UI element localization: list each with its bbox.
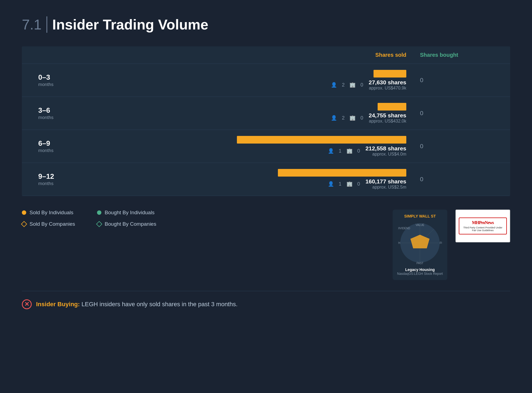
page-header: 7.1 Insider Trading Volume	[22, 16, 510, 33]
widget-ticker: NasdaqGS:LEGH Stock Report	[397, 272, 443, 276]
table-row: 9–12 months 👤 1 🏢 0 160,177 shares	[22, 163, 510, 196]
table-row: 6–9 months 👤 1 🏢 0 212,558 shares	[22, 130, 510, 163]
alert-bar: ✕ Insider Buying: LEGH insiders have onl…	[22, 291, 510, 317]
header-divider	[46, 16, 47, 33]
sold-bar-9-12	[278, 169, 406, 177]
period-label-6-9: 6–9 months	[38, 139, 71, 153]
meta-icons-0-3: 👤 2 🏢 0	[331, 82, 363, 88]
legend-area: Sold By Individuals Sold By Companies Bo…	[22, 210, 376, 227]
sold-col-9-12: 👤 1 🏢 0 160,177 shares approx. US$2.5m	[77, 169, 417, 190]
svg-text:DIVIDEND: DIVIDEND	[398, 227, 410, 230]
sold-bar-3-6	[378, 103, 406, 111]
building-icon: 🏢	[349, 115, 355, 121]
sold-col-3-6: 👤 2 🏢 0 24,755 shares approx. US$432.0k	[77, 103, 417, 124]
bottom-area: Sold By Individuals Sold By Companies Bo…	[22, 210, 510, 280]
trading-volume-chart: Shares sold Shares bought 0–3 months 👤 2…	[22, 46, 510, 196]
table-row: 3–6 months 👤 2 🏢 0 24,755 shares	[22, 97, 510, 130]
building-icon: 🏢	[349, 82, 355, 88]
sold-column-header: Shares sold	[375, 52, 406, 58]
period-label-0-3: 0–3 months	[38, 73, 71, 87]
period-label-9-12: 9–12 months	[38, 172, 71, 186]
shares-info-0-3: 27,630 shares approx. US$470.9k	[369, 79, 406, 91]
section-number: 7.1	[22, 16, 42, 33]
section-title: Insider Trading Volume	[52, 16, 208, 33]
sold-col-6-9: 👤 1 🏢 0 212,558 shares approx. US$4.0m	[77, 136, 417, 157]
chart-header-row: Shares sold Shares bought	[22, 46, 510, 64]
bought-col-6-9: 0	[417, 143, 494, 150]
svg-text:HEALTH: HEALTH	[398, 242, 400, 245]
sold-bar-0-3	[374, 70, 406, 78]
bought-col-0-3: 0	[417, 77, 494, 84]
legend-sold-individuals: Sold By Individuals	[22, 210, 75, 216]
sold-legend: Sold By Individuals Sold By Companies	[22, 210, 75, 227]
simply-wall-st-widget: SIMPLY WALL ST VALUE FUTURE	[393, 210, 447, 280]
legend-bought-companies: Bought By Companies	[97, 221, 156, 227]
legend-sold-companies: Sold By Companies	[22, 221, 75, 227]
bought-col-9-12: 0	[417, 176, 494, 183]
svg-text:PAST: PAST	[416, 262, 423, 265]
bought-col-3-6: 0	[417, 110, 494, 117]
building-icon: 🏢	[346, 181, 352, 187]
person-icon: 👤	[328, 148, 334, 154]
bought-legend: Bought By Individuals Bought By Companie…	[97, 210, 156, 227]
snowflake-chart: VALUE FUTURE PAST HEALTH DIVIDEND	[398, 221, 442, 265]
person-icon: 👤	[331, 115, 337, 121]
legend-bought-individuals: Bought By Individuals	[97, 210, 156, 216]
mhpronews-widget: MHProNews Third Party Content Provided U…	[455, 210, 510, 242]
meta-icons-9-12: 👤 1 🏢 0	[328, 181, 360, 187]
meta-icons-3-6: 👤 2 🏢 0	[331, 115, 363, 121]
green-diamond-icon	[96, 221, 102, 227]
alert-text: Insider Buying: LEGH insiders have only …	[36, 301, 237, 308]
green-dot-icon	[97, 210, 101, 215]
alert-label: Insider Buying:	[36, 301, 80, 308]
bought-column-header: Shares bought	[420, 52, 458, 58]
alert-message: LEGH insiders have only sold shares in t…	[81, 301, 237, 308]
person-icon: 👤	[328, 181, 334, 187]
sold-col-0-3: 👤 2 🏢 0 27,630 shares approx. US$470.9k	[77, 70, 417, 91]
shares-info-9-12: 160,177 shares approx. US$2.5m	[366, 178, 406, 190]
period-label-3-6: 3–6 months	[38, 106, 71, 120]
orange-dot-icon	[22, 210, 26, 215]
shares-info-6-9: 212,558 shares approx. US$4.0m	[366, 145, 406, 157]
shares-info-3-6: 24,755 shares approx. US$432.0k	[369, 112, 406, 124]
svg-text:VALUE: VALUE	[416, 224, 424, 227]
building-icon: 🏢	[346, 148, 352, 154]
svg-text:FUTURE: FUTURE	[440, 242, 442, 245]
orange-diamond-icon	[21, 221, 27, 227]
table-row: 0–3 months 👤 2 🏢 0 27,630 shares	[22, 64, 510, 97]
person-icon: 👤	[331, 82, 337, 88]
snowflake-svg: VALUE FUTURE PAST HEALTH DIVIDEND	[398, 221, 442, 265]
meta-icons-6-9: 👤 1 🏢 0	[328, 148, 360, 154]
logo-text: SIMPLY WALL ST	[404, 214, 436, 218]
widget-company-name: Legacy Housing	[397, 267, 443, 272]
simply-wall-st-logo: SIMPLY WALL ST	[397, 214, 443, 218]
sold-bar-6-9	[237, 136, 406, 144]
widget-area: SIMPLY WALL ST VALUE FUTURE	[393, 210, 510, 280]
alert-icon: ✕	[22, 299, 32, 309]
